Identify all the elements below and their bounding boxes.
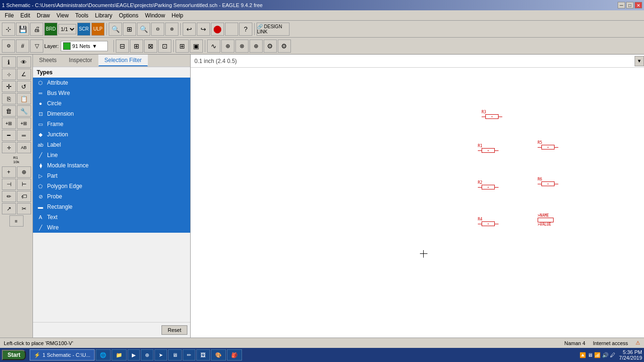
help-button[interactable]: ? (239, 23, 252, 36)
menu-item-draw[interactable]: Draw (34, 11, 53, 20)
taskbar-app-arrow[interactable]: ➤ (154, 349, 167, 361)
maximize-button[interactable]: □ (626, 2, 634, 8)
taskbar-app-folder[interactable]: 📁 (112, 349, 127, 361)
menu-item-help[interactable]: Help (169, 11, 186, 20)
save-button[interactable]: 💾 (16, 23, 29, 36)
type-item-line[interactable]: ╱Line (33, 150, 190, 160)
type-item-frame[interactable]: ▭Frame (33, 119, 190, 129)
cut-btn[interactable]: ✂ (17, 203, 31, 214)
eye-btn[interactable]: 👁 (17, 56, 31, 68)
paste-btn[interactable]: 📋 (17, 93, 31, 104)
undo-button[interactable]: ↩ (183, 23, 196, 36)
more-btn[interactable]: ≡ (9, 215, 24, 227)
type-item-label[interactable]: abLabel (33, 140, 190, 150)
tag-btn[interactable]: 🏷 (17, 191, 31, 202)
type-item-wire[interactable]: ╱Wire (33, 222, 190, 233)
type-item-module-instance[interactable]: ⧫Module Instance (33, 160, 190, 171)
zoom-in-button[interactable]: 🔍 (109, 23, 122, 36)
add-btn[interactable]: +⊞ (2, 118, 16, 129)
type-item-circle[interactable]: ●Circle (33, 98, 190, 109)
type-item-probe[interactable]: ⊘Probe (33, 191, 190, 202)
taskbar-app-paint[interactable]: 🎨 (211, 349, 226, 361)
eraser-btn[interactable]: ✏ (2, 191, 16, 202)
info-icon-btn[interactable]: ℹ (2, 56, 16, 68)
curve-button[interactable]: ∿ (207, 39, 220, 53)
ulp-button[interactable]: ULP (91, 23, 105, 36)
type-item-bus-wire[interactable]: ═Bus Wire (33, 88, 190, 98)
zoom-out2-button[interactable]: ⊖ (151, 23, 164, 36)
menu-item-window[interactable]: Window (142, 11, 168, 20)
move-btn[interactable]: ✛ (2, 81, 16, 92)
stop-button[interactable]: ⬤ (211, 23, 224, 36)
print-button[interactable]: 🖨 (30, 23, 43, 36)
merge-btn[interactable]: ⊢ (17, 179, 31, 190)
delete-btn[interactable]: 🗑 (2, 105, 16, 117)
taskbar-app-media[interactable]: ▶ (128, 349, 140, 361)
add-part-btn[interactable]: + (2, 166, 16, 178)
align-button[interactable]: ⊗ (235, 39, 249, 53)
label-btn[interactable]: AB (17, 142, 31, 153)
type-item-part[interactable]: ▷Part (33, 171, 190, 181)
select-tool-button[interactable]: ⊹ (2, 23, 15, 36)
start-button[interactable]: Start (2, 350, 26, 360)
taskbar-app-edit[interactable]: ✏ (183, 349, 195, 361)
zoom-in2-button[interactable]: ⊕ (165, 23, 178, 36)
menu-item-tools[interactable]: Tools (72, 11, 91, 20)
bus-btn[interactable]: ═ (17, 130, 31, 141)
type-item-polygon-edge[interactable]: ⬠Polygon Edge (33, 181, 190, 191)
type-item-text[interactable]: AText (33, 212, 190, 222)
taskbar-app-chrome[interactable]: ⊕ (141, 349, 153, 361)
layer-dropdown[interactable]: 91 Nets ▼ (61, 41, 108, 51)
redo-button[interactable]: ↪ (197, 23, 210, 36)
command-dropdown[interactable]: ▼ (635, 56, 644, 66)
menu-item-edit[interactable]: Edit (17, 11, 33, 20)
type-item-dimension[interactable]: ⊡Dimension (33, 109, 190, 119)
grid-view-1[interactable]: ⊟ (116, 39, 129, 53)
grid-button[interactable]: # (16, 39, 29, 53)
arrow-btn[interactable]: ↗ (2, 203, 16, 214)
filter-button[interactable]: ▽ (30, 39, 43, 53)
copy-btn[interactable]: ⎘ (2, 93, 16, 104)
tab-sheets[interactable]: Sheets (33, 55, 63, 66)
select-btn[interactable]: ⊹ (2, 69, 16, 80)
type-item-attribute[interactable]: ⬡Attribute (33, 78, 190, 88)
menu-item-view[interactable]: View (54, 11, 72, 20)
taskbar-app-dev[interactable]: 🖥 (168, 349, 182, 361)
tab-inspector[interactable]: Inspector (63, 55, 98, 66)
empty-button[interactable] (225, 23, 238, 36)
grid-view-4[interactable]: ⊡ (158, 39, 171, 53)
wire-btn[interactable]: ━ (2, 130, 16, 141)
type-item-rectangle[interactable]: ▬Rectangle (33, 202, 190, 212)
probe-btn[interactable]: 🔧 (17, 105, 31, 117)
scr-button[interactable]: SCR (77, 23, 90, 36)
menu-item-file[interactable]: File (2, 11, 16, 20)
script-button[interactable]: BRD (44, 23, 57, 36)
menu-item-library[interactable]: Library (92, 11, 115, 20)
settings-button[interactable]: ⚙ (278, 39, 291, 53)
menu-item-options[interactable]: Options (116, 11, 141, 20)
tab-selection-filter[interactable]: Selection Filter (98, 55, 148, 66)
info-button[interactable]: ⚙ (2, 39, 15, 53)
reset-button[interactable]: Reset (161, 325, 187, 335)
taskbar-app-ie[interactable]: 🌐 (96, 349, 111, 361)
grid-view-3[interactable]: ⊠ (144, 39, 157, 53)
design-link-button[interactable]: 🔗 DESIGN LINK (257, 23, 290, 36)
type-item-junction[interactable]: ◆Junction (33, 129, 190, 140)
window-controls[interactable]: ─ □ ✕ (618, 2, 642, 8)
net-btn[interactable]: ✛ (2, 142, 16, 153)
add-part2-btn[interactable]: ⊕ (17, 166, 31, 178)
command-input[interactable] (241, 56, 635, 66)
undo-btn-left[interactable]: ↺ (17, 81, 31, 92)
zoom-out-button[interactable]: 🔍 (137, 23, 150, 36)
zoom-area-button[interactable]: ⊕ (221, 39, 234, 53)
view-5[interactable]: ⊞ (176, 39, 189, 53)
taskbar-app-bag[interactable]: 🎒 (227, 349, 242, 361)
close-button[interactable]: ✕ (635, 2, 642, 8)
view-6[interactable]: ▣ (190, 39, 203, 53)
gear-button[interactable]: ⚙ (264, 39, 277, 53)
zoom-select[interactable]: 1/1 1/2 2/1 (58, 24, 76, 34)
angle-btn[interactable]: ∠ (17, 69, 31, 80)
taskbar-app-img[interactable]: 🖼 (196, 349, 210, 361)
add2-btn[interactable]: +⊞ (17, 118, 31, 129)
split-btn[interactable]: ⊣ (2, 179, 16, 190)
